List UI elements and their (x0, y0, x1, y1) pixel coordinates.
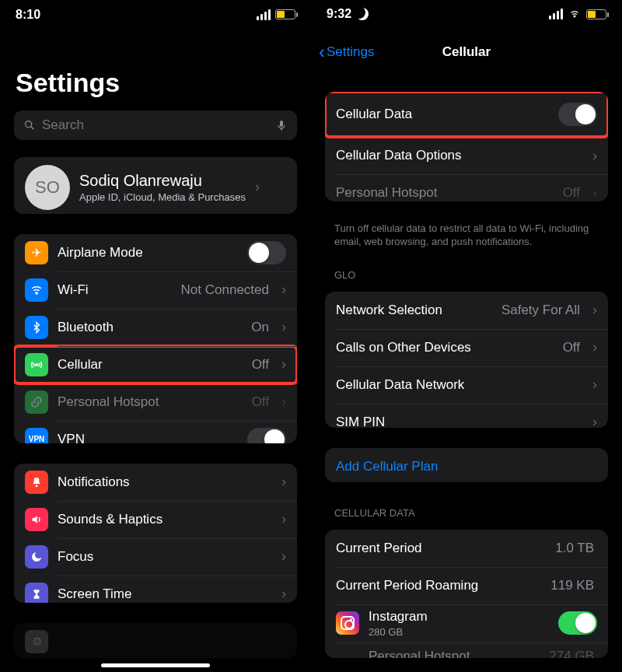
focus-row[interactable]: Focus › (14, 538, 297, 576)
svg-point-6 (36, 485, 38, 487)
cellular-data-header: CELLULAR DATA (311, 496, 622, 523)
network-selection-value: Safety For All (501, 303, 580, 318)
system-group: Notifications › Sounds & Haptics › Focus… (14, 464, 297, 603)
profile-group: SO Sodiq Olanrewaju Apple ID, iCloud, Me… (14, 157, 297, 214)
wifi-row[interactable]: Wi-Fi Not Connected › (14, 271, 297, 309)
cellular-data-row[interactable]: Cellular Data (325, 92, 608, 137)
gear-icon: ⚙ (25, 630, 48, 653)
airplane-mode-row[interactable]: ✈ Airplane Mode (14, 234, 297, 271)
vpn-icon: VPN (25, 428, 48, 443)
network-selection-row[interactable]: Network Selection Safety For All › (325, 292, 608, 329)
hotspot-status: Off (252, 394, 269, 410)
chevron-right-icon: › (592, 414, 597, 428)
microphone-icon[interactable] (275, 119, 288, 131)
nav-bar: ‹ Settings Cellular (311, 36, 622, 67)
network-selection-label: Network Selection (336, 303, 492, 318)
clock: 9:32 (327, 7, 351, 21)
chevron-right-icon: › (281, 586, 286, 602)
focus-label: Focus (58, 549, 272, 565)
current-period-roaming-row: Current Period Roaming 119 KB (325, 567, 608, 604)
screen-time-label: Screen Time (58, 586, 272, 602)
svg-rect-2 (280, 121, 283, 127)
airplane-mode-switch[interactable] (247, 241, 286, 264)
app-instagram-row[interactable]: Instagram 280 GB (325, 604, 608, 642)
home-indicator[interactable] (101, 663, 210, 667)
screen-time-row[interactable]: Screen Time › (14, 576, 297, 603)
chevron-right-icon: › (592, 302, 597, 318)
cellular-data-options-row[interactable]: Cellular Data Options › (325, 137, 608, 174)
cellular-label: Cellular (58, 357, 243, 373)
chevron-right-icon: › (255, 179, 260, 195)
cellular-data-label: Cellular Data (336, 107, 549, 122)
personal-hotspot-row[interactable]: Personal Hotspot Off › (325, 174, 608, 201)
profile-name: Sodiq Olanrewaju (79, 172, 246, 190)
search-input[interactable] (42, 117, 269, 133)
svg-point-7 (574, 16, 575, 17)
sounds-label: Sounds & Haptics (58, 512, 272, 527)
cellular-row[interactable]: Cellular Off › (14, 346, 297, 383)
hourglass-icon (25, 583, 48, 603)
hotspot-usage-value: 274 GB (549, 649, 594, 658)
bluetooth-row[interactable]: Bluetooth On › (14, 309, 297, 346)
antenna-icon (25, 353, 48, 376)
cellular-data-options-label: Cellular Data Options (336, 148, 583, 163)
back-button[interactable]: ‹ Settings (319, 43, 374, 61)
status-bar: 8:10 (0, 0, 311, 29)
cellular-screen: 9:32 ‹ Settings Cellular Cellular Data C… (311, 0, 622, 672)
sim-pin-row[interactable]: SIM PIN › (325, 404, 608, 428)
chevron-right-icon: › (592, 185, 597, 201)
current-period-roaming-value: 119 KB (550, 578, 594, 593)
chevron-right-icon: › (281, 356, 286, 373)
calls-other-devices-row[interactable]: Calls on Other Devices Off › (325, 329, 608, 366)
vpn-row[interactable]: VPN VPN (14, 421, 297, 443)
current-period-label: Current Period (336, 541, 546, 556)
cellular-signal-icon (257, 9, 271, 20)
cellular-data-network-row[interactable]: Cellular Data Network › (325, 366, 608, 404)
status-bar: 9:32 (311, 0, 622, 28)
sounds-row[interactable]: Sounds & Haptics › (14, 501, 297, 538)
app-usage: 280 GB (369, 626, 549, 638)
speaker-icon (25, 508, 48, 531)
hotspot-usage-label: Personal Hotspot (369, 649, 540, 658)
airplane-icon: ✈ (25, 241, 48, 264)
cellular-footer-text: Turn off cellular data to restrict all d… (311, 215, 622, 258)
chevron-right-icon: › (281, 319, 286, 335)
chevron-right-icon: › (592, 148, 597, 164)
chevron-right-icon: › (281, 548, 286, 565)
wifi-label: Wi-Fi (58, 282, 172, 298)
svg-line-1 (31, 127, 33, 129)
instagram-icon (336, 611, 359, 635)
chevron-right-icon: › (592, 376, 597, 393)
usage-group: Current Period 1.0 TB Current Period Roa… (325, 530, 608, 658)
general-row[interactable]: ⚙ (14, 623, 297, 658)
hotspot-status: Off (563, 185, 580, 201)
wifi-status: Not Connected (181, 282, 269, 298)
svg-point-0 (26, 121, 32, 128)
vpn-switch[interactable] (247, 428, 286, 443)
avatar: SO (25, 165, 70, 210)
cellular-signal-icon (549, 9, 563, 19)
personal-hotspot-row[interactable]: Personal Hotspot Off › (14, 383, 297, 421)
wifi-status-icon (568, 9, 582, 19)
cellular-data-group: Cellular Data Cellular Data Options › Pe… (325, 92, 608, 201)
bluetooth-label: Bluetooth (58, 320, 242, 335)
add-cellular-plan-row[interactable]: Add Cellular Plan (325, 448, 608, 482)
personal-hotspot-usage-row: Personal Hotspot 274 GB (325, 642, 608, 658)
hotspot-label: Personal Hotspot (336, 185, 554, 201)
current-period-roaming-label: Current Period Roaming (336, 578, 541, 593)
sim-pin-label: SIM PIN (336, 415, 583, 428)
chevron-left-icon: ‹ (319, 43, 325, 61)
apple-id-row[interactable]: SO Sodiq Olanrewaju Apple ID, iCloud, Me… (14, 157, 297, 214)
app-cellular-switch[interactable] (558, 611, 597, 635)
nav-title: Cellular (442, 44, 491, 60)
airplane-mode-label: Airplane Mode (58, 245, 238, 261)
svg-point-5 (36, 364, 37, 366)
add-plan-group: Add Cellular Plan (325, 448, 608, 482)
notifications-row[interactable]: Notifications › (14, 464, 297, 501)
current-period-row: Current Period 1.0 TB (325, 530, 608, 567)
cellular-data-switch[interactable] (558, 103, 597, 126)
settings-screen: 8:10 Settings SO Sodiq Olanrewaju Apple … (0, 0, 311, 672)
profile-subtitle: Apple ID, iCloud, Media & Purchases (79, 191, 246, 203)
notifications-label: Notifications (58, 474, 272, 490)
search-bar[interactable] (14, 110, 297, 139)
